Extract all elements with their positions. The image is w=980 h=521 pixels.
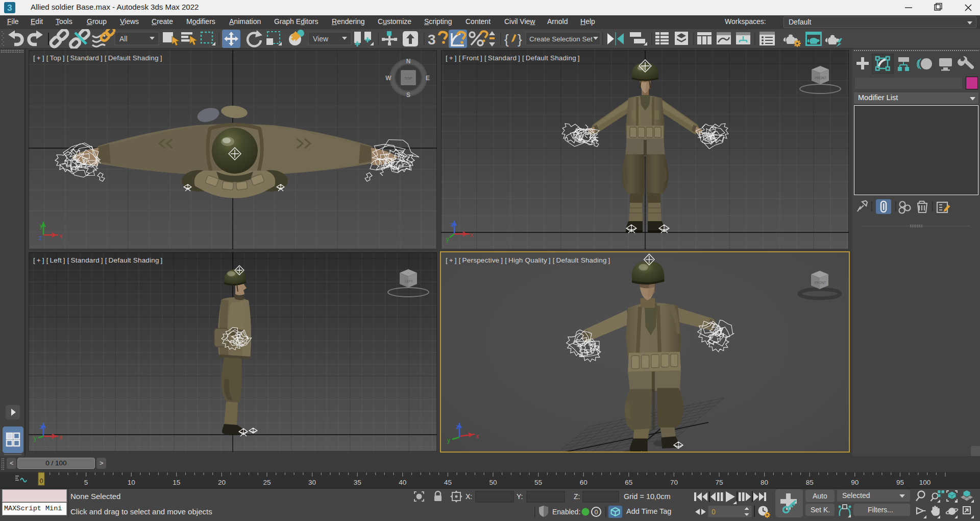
svg-text:View: View: [313, 35, 329, 43]
svg-text:20: 20: [218, 479, 226, 486]
svg-text:70: 70: [670, 479, 678, 486]
svg-text:x: x: [470, 231, 473, 239]
svg-text:0: 0: [40, 478, 43, 485]
svg-text:TOP: TOP: [405, 77, 412, 80]
svg-text:E: E: [426, 75, 430, 82]
svg-text:5: 5: [84, 479, 88, 486]
svg-text:y: y: [40, 222, 43, 229]
svg-text:10: 10: [128, 479, 135, 486]
svg-text:Z:: Z:: [574, 492, 580, 501]
svg-text:X:: X:: [465, 492, 472, 501]
svg-text:z: z: [39, 234, 42, 242]
svg-text:x: x: [59, 232, 62, 240]
svg-text:45: 45: [444, 479, 452, 486]
svg-text:15: 15: [173, 479, 180, 486]
svg-text:All: All: [119, 35, 128, 43]
svg-text:}: }: [518, 32, 522, 47]
svg-text:30: 30: [308, 479, 316, 486]
svg-text:95: 95: [896, 479, 904, 486]
svg-text:80: 80: [761, 479, 768, 486]
svg-text:x: x: [59, 434, 62, 441]
svg-text:75: 75: [715, 479, 723, 486]
svg-text:LEFT: LEFT: [405, 279, 413, 283]
svg-text:Y:: Y:: [517, 492, 523, 501]
svg-text:N: N: [406, 58, 411, 65]
svg-text:FRONT: FRONT: [815, 281, 826, 285]
svg-text:50: 50: [489, 479, 497, 486]
svg-text:FRONT: FRONT: [815, 76, 826, 80]
svg-text:{: {: [504, 32, 509, 47]
svg-text:25: 25: [263, 479, 271, 486]
svg-text:65: 65: [625, 479, 632, 486]
svg-text:90: 90: [851, 479, 859, 486]
svg-text:y: y: [446, 235, 449, 243]
svg-text:0: 0: [712, 508, 716, 516]
svg-text:100: 100: [919, 479, 931, 486]
svg-text:60: 60: [580, 479, 587, 486]
svg-text:S: S: [406, 91, 410, 99]
svg-text:z: z: [456, 423, 459, 431]
svg-text:35: 35: [354, 479, 361, 486]
svg-text:y: y: [447, 437, 450, 444]
svg-text:3: 3: [428, 32, 436, 48]
svg-text:3: 3: [7, 3, 12, 13]
svg-text:y: y: [34, 435, 37, 442]
svg-text:x: x: [476, 433, 479, 440]
svg-text:W: W: [385, 75, 391, 82]
svg-text:Enabled:: Enabled:: [552, 508, 580, 516]
svg-text:0: 0: [595, 509, 598, 516]
svg-text:55: 55: [534, 479, 542, 486]
svg-text:Create Selection Set: Create Selection Set: [529, 35, 593, 43]
svg-text:z: z: [451, 221, 454, 228]
svg-text:z: z: [40, 423, 43, 431]
svg-text:40: 40: [399, 479, 406, 486]
svg-text:85: 85: [806, 479, 814, 486]
